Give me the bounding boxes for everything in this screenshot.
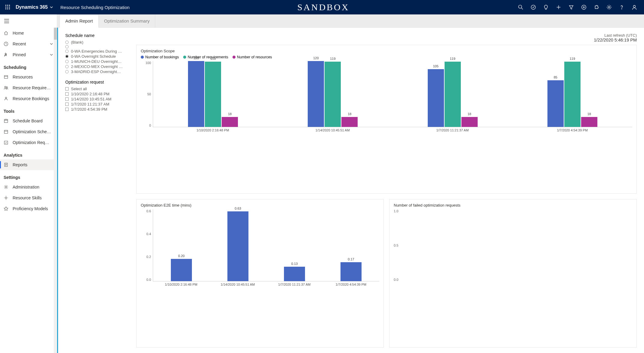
nav-section-settings: Settings bbox=[0, 170, 57, 182]
radio-icon bbox=[65, 65, 69, 68]
radio-icon bbox=[65, 70, 69, 73]
last-refresh-label: Last refresh (UTC) bbox=[604, 33, 637, 38]
svg-point-9 bbox=[519, 5, 522, 8]
search-icon[interactable] bbox=[517, 4, 524, 11]
nav-label: Optimization Sche… bbox=[13, 129, 51, 134]
add-record-icon[interactable] bbox=[580, 4, 587, 11]
nav-label: Reports bbox=[13, 162, 27, 167]
legend-item: Number of resources bbox=[237, 55, 272, 59]
svg-rect-8 bbox=[9, 8, 10, 9]
nav-label: Schedule Board bbox=[13, 118, 43, 123]
gear-icon[interactable] bbox=[605, 4, 613, 11]
nav-label: Resources bbox=[13, 75, 33, 79]
svg-line-10 bbox=[522, 8, 523, 10]
left-sidebar: Home Recent Pinned Scheduling Resources … bbox=[0, 14, 57, 353]
svg-point-28 bbox=[6, 87, 8, 88]
schedule-option[interactable]: 1-MUNICH-DEU Overnight… bbox=[65, 59, 131, 64]
svg-point-42 bbox=[5, 197, 7, 199]
filter-schedule-title: Schedule name bbox=[65, 33, 131, 38]
schedule-option[interactable]: 0-WA Emergencies During … bbox=[65, 49, 131, 54]
nav-recent[interactable]: Recent bbox=[0, 38, 57, 49]
chart-optimization-scope: Optimization Scope Number of bookings Nu… bbox=[136, 45, 637, 194]
option-label: 3-MADRID-ESP Overnight… bbox=[71, 69, 121, 74]
people-icon bbox=[4, 85, 8, 90]
plus-icon[interactable] bbox=[555, 4, 562, 11]
nav-resource-requirements[interactable]: Resource Require… bbox=[0, 82, 57, 93]
svg-point-27 bbox=[5, 86, 6, 88]
request-option[interactable]: 1/14/2020 10:45:51 AM bbox=[65, 97, 131, 102]
radio-icon bbox=[65, 60, 69, 63]
nav-schedule-board[interactable]: Schedule Board bbox=[0, 115, 57, 126]
nav-pinned[interactable]: Pinned bbox=[0, 49, 57, 60]
chart-title: Optimization Scope bbox=[141, 49, 632, 53]
request-option[interactable]: 1/10/2020 2:16:48 PM bbox=[65, 91, 131, 97]
nav-label: Resource Bookings bbox=[13, 96, 49, 101]
lightbulb-icon[interactable] bbox=[542, 4, 550, 11]
option-label: 1/7/2020 4:54:39 PM bbox=[71, 107, 107, 112]
schedule-option[interactable]: (Blank) bbox=[65, 40, 131, 45]
request-option[interactable]: 1/7/2020 4:54:39 PM bbox=[65, 107, 131, 112]
brand-dropdown[interactable]: Dynamics 365 bbox=[16, 5, 53, 10]
svg-rect-6 bbox=[5, 8, 6, 9]
svg-rect-4 bbox=[7, 7, 8, 8]
nav-resources[interactable]: Resources bbox=[0, 72, 57, 82]
nav-proficiency-models[interactable]: Proficiency Models bbox=[0, 203, 57, 214]
nav-optimization-requests[interactable]: Optimization Req… bbox=[0, 137, 57, 148]
last-refresh-value: 1/22/2020 5:46:19 PM bbox=[594, 38, 637, 42]
schedule-option[interactable]: 0-WA Overnight Schedule bbox=[65, 54, 131, 59]
request-option[interactable]: Select all bbox=[65, 86, 131, 91]
app-subtitle: Resource Scheduling Optimization bbox=[60, 5, 130, 10]
user-icon[interactable] bbox=[631, 4, 638, 11]
pin-icon bbox=[4, 52, 8, 57]
filter-icon[interactable] bbox=[568, 4, 575, 11]
gear-icon bbox=[4, 185, 8, 189]
svg-rect-2 bbox=[9, 5, 10, 6]
nav-label: Resource Require… bbox=[13, 85, 51, 90]
sidebar-scrollbar[interactable] bbox=[54, 28, 57, 353]
request-option[interactable]: 1/7/2020 11:21:37 AM bbox=[65, 102, 131, 107]
app-launcher-icon[interactable] bbox=[2, 2, 13, 13]
nav-label: Resource Skills bbox=[13, 195, 42, 200]
radio-icon bbox=[65, 41, 69, 44]
svg-point-29 bbox=[5, 97, 7, 99]
legend-item: Number of bookings bbox=[145, 55, 179, 59]
nav-resource-bookings[interactable]: Resource Bookings bbox=[0, 93, 57, 104]
svg-rect-1 bbox=[7, 5, 8, 6]
skills-icon bbox=[4, 195, 8, 200]
home-icon bbox=[4, 31, 8, 35]
chevron-down-icon bbox=[50, 5, 53, 9]
nav-home[interactable]: Home bbox=[0, 28, 57, 38]
svg-rect-34 bbox=[4, 130, 8, 133]
schedule-option[interactable]: 2-MEXICO-MEX Overnight … bbox=[65, 64, 131, 69]
option-label: 2-MEXICO-MEX Overnight … bbox=[71, 64, 123, 69]
chevron-down-icon bbox=[50, 53, 53, 57]
filter-schedule-list: (Blank)0-WA Emergencies During …0-WA Ove… bbox=[65, 40, 131, 74]
option-label: Select all bbox=[71, 87, 87, 91]
chevron-down-icon bbox=[50, 42, 53, 46]
puzzle-icon[interactable] bbox=[593, 4, 600, 11]
request-icon bbox=[4, 140, 8, 145]
svg-rect-3 bbox=[5, 7, 6, 8]
nav-optimization-schedules[interactable]: Optimization Sche… bbox=[0, 126, 57, 137]
task-icon[interactable] bbox=[530, 4, 537, 11]
help-icon[interactable] bbox=[618, 4, 625, 11]
svg-rect-36 bbox=[4, 141, 8, 144]
bookings-icon bbox=[4, 96, 8, 101]
chart-title: Optimization E2E time (mins) bbox=[141, 203, 379, 207]
schedule-option[interactable]: 3-MADRID-ESP Overnight… bbox=[65, 69, 131, 74]
tab-admin-report[interactable]: Admin Report bbox=[60, 14, 99, 28]
nav-label: Administration bbox=[13, 185, 39, 189]
nav-reports[interactable]: Reports bbox=[0, 159, 57, 170]
svg-point-19 bbox=[621, 9, 622, 9]
nav-administration[interactable]: Administration bbox=[0, 182, 57, 192]
radio-icon bbox=[65, 45, 69, 48]
sidebar-toggle-icon[interactable] bbox=[0, 14, 13, 28]
checkbox-icon bbox=[65, 92, 69, 96]
report-icon bbox=[4, 162, 8, 167]
nav-resource-skills[interactable]: Resource Skills bbox=[0, 192, 57, 203]
chart-title: Number of failed optimization requests bbox=[394, 203, 632, 207]
option-label: 0-WA Emergencies During … bbox=[71, 49, 122, 54]
tab-optimization-summary[interactable]: Optimization Summary bbox=[99, 14, 156, 28]
schedule-option[interactable] bbox=[65, 45, 131, 49]
nav-label: Home bbox=[13, 31, 24, 35]
